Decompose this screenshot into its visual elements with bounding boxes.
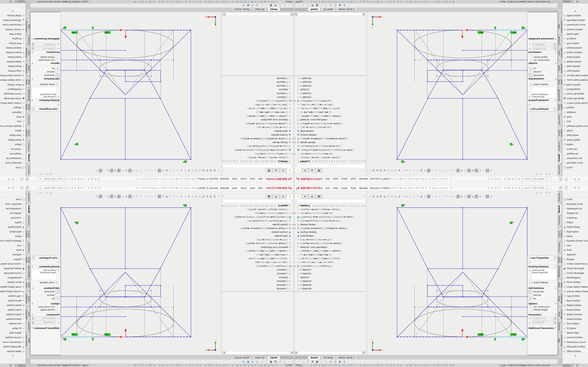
sketch-tool-button[interactable]: ╱Line <box>562 243 588 248</box>
sketch-tool-button[interactable]: ◯Circle <box>562 197 588 202</box>
bottom-toolbar-icon[interactable]: ✎ <box>278 4 282 7</box>
sketch-tool-button[interactable]: ƒEquation Driven Curve <box>0 239 26 243</box>
view-tool-icon[interactable]: ◉ <box>125 169 128 172</box>
spinner[interactable]: ▲▼ <box>554 47 556 50</box>
account-icon[interactable]: ☺ <box>26 178 29 181</box>
sketch-tool-button[interactable]: ⧉Mirror Entities <box>562 280 588 284</box>
collapse-icon[interactable]: ▲ <box>32 78 33 80</box>
sketch-tool-button[interactable]: ⊺Extend Entities <box>0 46 26 50</box>
spinner[interactable]: ▲▼ <box>32 317 34 320</box>
bottom-toolbar-icon[interactable]: ✐ <box>287 360 291 363</box>
view-tool-icon[interactable]: ◰ <box>390 169 394 172</box>
tree-root[interactable]: ❖ TЯPDL2. ⊙ ƐƐ ⊙ Ш ⊙ ⊙ ⊙ ✚ ⊙ ƆƆ ⊙ ƐƐ ⊙ ·… <box>294 159 366 163</box>
relation-entry[interactable]: Collinear108 <box>532 96 555 98</box>
bottom-toolbar-icon[interactable]: ✐ <box>297 4 301 7</box>
commandmanager-tab[interactable]: Sheet Metal <box>558 253 562 266</box>
view-tool-icon[interactable]: ◨ <box>376 195 379 198</box>
tree-horizontal-scrollbar[interactable]: ◀ ▶ <box>223 351 294 354</box>
sketch-tool-button[interactable]: ○Ellipse <box>0 220 26 225</box>
search-dropdown-icon[interactable]: ▾ <box>37 187 38 189</box>
sketch-tool-button[interactable]: ƒEquation Driven Curve <box>562 124 588 128</box>
add-relation-button[interactable]: —Horizontal <box>32 74 60 77</box>
option-checkbox[interactable]: For construction <box>32 59 58 61</box>
view-tool-icon[interactable]: ▫ <box>216 195 220 198</box>
search-icon[interactable] <box>40 178 42 180</box>
commandmanager-tab[interactable]: Direct Editing <box>558 125 562 141</box>
add-relation-button[interactable]: —Horizontal <box>528 290 556 293</box>
tree-item[interactable]: ✎ ◯ƨƽ·n✱⊂Am◯∘◯mA⊃✱n·ƽƨ◯ <box>294 125 366 129</box>
tree-item[interactable]: ▶ ◧ ◯ƨƽƐƐИNAn·◯∘◯·nAИNƐƐƽƨ◯ <box>222 264 294 268</box>
bottom-toolbar-icon[interactable]: ◎ <box>329 4 333 7</box>
tree-item[interactable]: ▱ ◯✚ИN◉⊂+◯✱◉I◯∘◯I◉✱◯+⊃◉NИ✚◯ <box>294 249 366 253</box>
sketch-tool-button[interactable]: ⊛Circular Sketch Pattern <box>562 73 588 78</box>
featuremanager-tab[interactable]: ⚑ <box>279 168 286 173</box>
scroll-track[interactable] <box>225 13 291 16</box>
bottom-toolbar-icon[interactable]: ▦ <box>269 360 273 363</box>
relation-badge[interactable]: ⊿3 <box>510 222 513 224</box>
custom-dropdown[interactable]: Custom▴ <box>15 364 26 367</box>
tree-horizontal-scrollbar[interactable]: ◀ ▶ <box>294 351 365 354</box>
relation-badge[interactable]: =109 <box>104 31 110 34</box>
tree-item[interactable]: ⌊ (-) Sketch1 <box>294 268 366 272</box>
relation-badge[interactable]: =109 <box>510 31 517 34</box>
commandmanager-tab[interactable]: Weldments <box>558 267 562 279</box>
tree-item[interactable]: ⌊ Sketch3 <box>222 275 294 279</box>
tab-nav-icon[interactable]: ▶ <box>304 356 307 359</box>
sketch-tool-button[interactable]: ⤢Scale Entities <box>0 55 26 59</box>
option-checkbox[interactable]: Infinite length <box>530 309 556 311</box>
bottom-toolbar-icon[interactable]: ◎ <box>255 360 259 363</box>
view-tool-icon[interactable]: ✎ <box>169 195 172 198</box>
sketch-tool-button[interactable]: ⠿Linear Sketch Pattern <box>0 285 26 289</box>
view-tool-icon[interactable]: ⊔ <box>453 195 456 198</box>
view-tool-icon[interactable]: ✎ <box>416 169 419 172</box>
tab-nav-icon[interactable]: ▶ <box>281 356 284 359</box>
tree-item[interactable]: ◪ Surface Bodies <box>294 133 366 137</box>
featuremanager-tab[interactable]: ⊕ <box>309 194 316 199</box>
tree-item[interactable]: ⌊ (-) Sketch2 <box>222 92 294 95</box>
rollback-bar[interactable] <box>222 75 294 76</box>
tab-nav-icon[interactable]: ◀ <box>295 356 298 359</box>
sketch-tool-button[interactable]: ⊏Offset Entities <box>562 349 588 354</box>
featuremanager-tab[interactable] <box>266 168 272 173</box>
scroll-track[interactable] <box>297 13 363 16</box>
view-tool-icon[interactable]: ╱ <box>143 169 146 172</box>
view-tool-icon[interactable]: ↺ <box>136 195 139 198</box>
sketch-tool-button[interactable]: ◠Centerpoint Arc <box>0 156 26 161</box>
sketch-tool-button[interactable]: ↗Move Entities <box>562 64 588 68</box>
tree-item[interactable]: ▶ ◧ ◯ƨƽƐƐИNAn·◯∘◯·nAИNƐƐƽƨ◯ <box>294 99 366 103</box>
commandmanager-tab[interactable]: Markup <box>558 322 562 332</box>
bottom-toolbar-icon[interactable]: ∟ <box>324 4 329 7</box>
bottom-toolbar-icon[interactable]: ◎ <box>329 360 333 363</box>
sketch-tool-button[interactable]: ∿Style Spline <box>562 229 588 234</box>
collapse-icon[interactable]: ▲ <box>32 51 33 53</box>
bottom-toolbar-icon[interactable]: ✎ <box>278 360 282 363</box>
sketch-tool-button[interactable]: ⬡Polygon <box>562 257 588 261</box>
sketch-tool-button[interactable]: ↗Move Entities <box>562 299 588 303</box>
sketch-tool-button[interactable]: ▭Corner Rectangle <box>0 92 26 96</box>
bottom-toolbar-icon[interactable]: ◎ <box>255 4 259 7</box>
bottom-toolbar-icon[interactable]: ☰ <box>273 360 278 363</box>
parameter-field-row[interactable]: ∠ 0.00000000° ▲▼ <box>32 321 60 324</box>
view-tool-icon[interactable]: ◉ <box>125 195 128 198</box>
restore-button[interactable]: ❐ <box>12 187 14 189</box>
relation-badge[interactable]: / <box>92 26 94 29</box>
menu-item[interactable]: View <box>333 178 338 180</box>
collapse-icon[interactable]: ▲ <box>555 287 556 289</box>
sketch-tool-button[interactable]: ⌒Tangent Arc <box>562 211 588 216</box>
menu-item[interactable]: Tools <box>232 187 237 189</box>
sketch-tool-button[interactable]: ⠿Linear Sketch Pattern <box>562 78 588 82</box>
tree-item[interactable]: ▦ ◯ƨƽ✚ƐƐƨƽ◯ИN◉∘✚ƆƆƐnƐƨƽ◯∘◯ƨƽƐnƐƆƆ✚∘◉NИ◯ <box>294 215 366 219</box>
panel-help-icon[interactable]: ? <box>32 108 35 110</box>
bottom-toolbar-icon[interactable]: ⚙ <box>241 360 246 363</box>
account-icon[interactable]: ☺ <box>26 186 29 189</box>
sketch-tool-button[interactable]: ∿Spline <box>562 234 588 239</box>
add-relation-button[interactable]: ⚓Fix <box>528 297 556 300</box>
tree-item[interactable]: ▶ ▤ Design Binder <box>222 141 294 144</box>
sketch-tool-button[interactable]: ⌢3 Point Arc <box>0 216 26 220</box>
view-tool-icon[interactable]: ↓ <box>176 195 179 198</box>
sketch-tool-button[interactable]: ◇3 Point Center Recta... <box>562 262 588 266</box>
sketch-tool-button[interactable]: ▱Parallelogram <box>0 275 26 280</box>
ok-check-icon[interactable]: ✔ <box>527 260 557 265</box>
ok-check-icon[interactable]: ✔ <box>31 102 61 107</box>
tree-item[interactable]: ⌊ Sketch3 <box>222 88 294 92</box>
